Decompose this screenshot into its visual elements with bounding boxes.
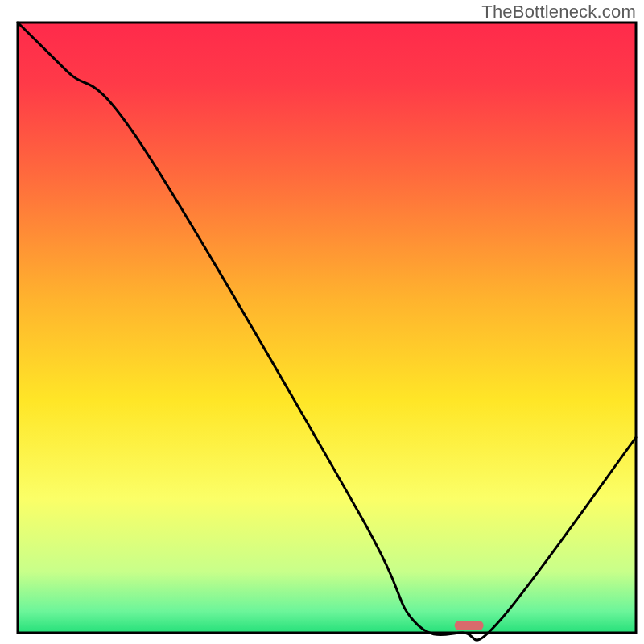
bottleneck-chart — [0, 0, 644, 644]
watermark-text: TheBottleneck.com — [481, 2, 636, 23]
optimal-marker — [455, 621, 484, 630]
plot-background — [18, 23, 636, 633]
